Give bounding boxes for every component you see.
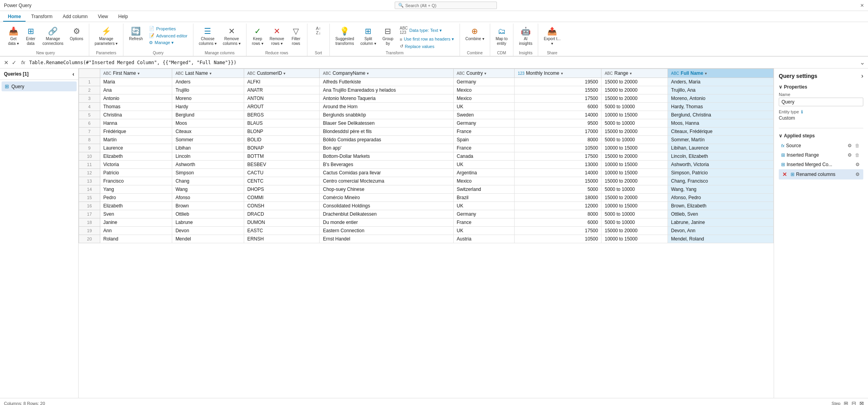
status-icon-3[interactable]: ⊠ xyxy=(859,400,864,405)
replace-values-button[interactable]: ↺ Replace values xyxy=(397,43,456,50)
table-row[interactable]: 6HannaMoosBLAUSBlauer See DelikatessenGe… xyxy=(79,119,774,128)
table-row[interactable]: 1MariaAndersALFKIAlfreds FutterkisteGerm… xyxy=(79,78,774,86)
suggested-transforms-button[interactable]: 💡 Suggestedtransforms xyxy=(333,25,357,47)
step-renamed-columns[interactable]: ✕ ⊞ Renamed columns ⚙ xyxy=(779,169,863,179)
table-row[interactable]: 18JanineLabruneDUMONDu monde entierFranc… xyxy=(79,218,774,227)
table-row[interactable]: 14YangWangDHOPSChop-suey ChineseSwitzerl… xyxy=(79,185,774,194)
queries-list: ⊞ Query xyxy=(0,80,78,398)
table-row[interactable]: 8MartínSommerBOLIDBólido Comidas prepara… xyxy=(79,136,774,144)
refresh-button[interactable]: 🔄 Refresh xyxy=(127,25,145,43)
ai-insights-button[interactable]: 🤖 AIinsights xyxy=(517,25,535,47)
cell-lastname: Mendel xyxy=(172,235,244,243)
table-row[interactable]: 17SvenOttliebDRACDDrachenblut Delikatess… xyxy=(79,210,774,218)
close-button[interactable]: ✕ xyxy=(860,3,864,8)
col-header-companyname[interactable]: ABC CompanyName ▾ xyxy=(320,69,453,78)
cell-customerid: BESBEV xyxy=(244,161,320,169)
cell-monthlyincome: 12000 xyxy=(515,202,601,210)
col-header-customerid[interactable]: ABC CustomerID ▾ xyxy=(244,69,320,78)
get-data-button[interactable]: 📥 Getdata ▾ xyxy=(6,25,21,47)
choose-columns-button[interactable]: ☰ Choosecolumns ▾ xyxy=(197,25,219,47)
table-row[interactable]: 12PatricioSimpsonCACTUCactus Comidas par… xyxy=(79,169,774,177)
formula-cancel-icon[interactable]: ✕ xyxy=(3,59,9,67)
combine-button[interactable]: ⊕ Combine ▾ xyxy=(463,25,487,43)
use-first-row-button[interactable]: ≡ Use first row as headers ▾ xyxy=(397,36,456,43)
remove-rows-button[interactable]: ✕ Removerows ▾ xyxy=(267,25,287,47)
name-value[interactable]: Query xyxy=(779,98,863,106)
tab-help[interactable]: Help xyxy=(114,12,133,22)
col-header-lastname[interactable]: ABC Last Name ▾ xyxy=(172,69,244,78)
cell-companyname: Berglunds snabbköp xyxy=(320,111,453,119)
step-source[interactable]: fx Source ⚙ 🗑 xyxy=(779,141,863,150)
step-renamed-x[interactable]: ✕ xyxy=(781,171,788,178)
col-filter-country[interactable]: ▾ xyxy=(484,71,486,76)
cell-monthlyincome: 19500 xyxy=(515,78,601,86)
table-row[interactable]: 19AnnDevonEASTCEastern ConnectionUK17500… xyxy=(79,227,774,235)
manage-button[interactable]: ⚙ Manage ▾ xyxy=(147,39,190,46)
col-header-range[interactable]: ABC Range ▾ xyxy=(601,69,668,78)
col-filter-fullname[interactable]: ▾ xyxy=(705,71,707,76)
search-bar[interactable]: 🔍 Search (Alt + Q) xyxy=(395,2,497,9)
step-inserted-range-settings[interactable]: ⚙ xyxy=(846,152,853,158)
step-inserted-merged[interactable]: ⊞ Inserted Merged Co... ⚙ xyxy=(779,160,863,169)
export-button[interactable]: 📤 Export t...▾ xyxy=(541,25,563,47)
tab-home[interactable]: Home xyxy=(3,12,26,22)
col-filter-firstname[interactable]: ▾ xyxy=(138,71,140,76)
enter-data-button[interactable]: ⊞ Enterdata xyxy=(23,25,39,47)
tab-add-column[interactable]: Add column xyxy=(58,12,92,22)
formula-input[interactable] xyxy=(29,60,857,65)
table-row[interactable]: 11VictoriaAshworthBESBEVB's BeveragesUK1… xyxy=(79,161,774,169)
manage-connections-button[interactable]: 🔗 Manageconnections xyxy=(40,25,66,47)
col-filter-lastname[interactable]: ▾ xyxy=(210,71,211,76)
formula-expand-icon[interactable]: ⌄ xyxy=(860,59,865,66)
remove-columns-button[interactable]: ✕ Removecolumns ▾ xyxy=(221,25,243,47)
col-filter-range[interactable]: ▾ xyxy=(630,71,632,76)
status-icon-1[interactable]: ⊞ xyxy=(844,400,848,405)
table-row[interactable]: 16ElizabethBrownCONSHConsolidated Holdin… xyxy=(79,202,774,210)
step-renamed-settings[interactable]: ⚙ xyxy=(854,171,861,178)
col-filter-companyname[interactable]: ▾ xyxy=(367,71,369,76)
group-by-button[interactable]: ⊟ Groupby xyxy=(380,25,396,47)
step-source-delete[interactable]: 🗑 xyxy=(854,142,861,149)
table-row[interactable]: 10ElizabethLincolnBOTTMBottom-Dollar Mar… xyxy=(79,152,774,161)
properties-button[interactable]: 📄 Properties xyxy=(147,25,190,32)
table-row[interactable]: 2AnaTrujilloANATRAna Trujillo Emaredados… xyxy=(79,86,774,94)
right-panel-expand-icon[interactable]: › xyxy=(861,72,863,80)
formula-confirm-icon[interactable]: ✓ xyxy=(11,59,17,67)
col-filter-customerid[interactable]: ▾ xyxy=(283,71,285,76)
split-column-button[interactable]: ⊞ Splitcolumn ▾ xyxy=(358,25,379,47)
step-inserted-range[interactable]: ⊞ Inserted Range ⚙ 🗑 xyxy=(779,150,863,160)
table-row[interactable]: 7FrédériqueCiteauxBLONPBlondesddsl père … xyxy=(79,128,774,136)
entity-type-info-icon[interactable]: ℹ xyxy=(801,109,803,114)
table-row[interactable]: 3AntonioMorenoANTONAntonio Moreno Taquer… xyxy=(79,94,774,103)
map-to-entity-button[interactable]: 🗂 Map toentity xyxy=(493,25,510,47)
col-header-firstname[interactable]: ABC First Name ▾ xyxy=(100,69,172,78)
col-filter-monthlyincome[interactable]: ▾ xyxy=(561,71,563,76)
col-header-country[interactable]: ABC Country ▾ xyxy=(453,69,515,78)
table-row[interactable]: 15PedroAfonsoCOMMIComércio MineiroBrazil… xyxy=(79,194,774,202)
query-item[interactable]: ⊞ Query xyxy=(2,81,77,91)
options-button[interactable]: ⚙ Options xyxy=(67,25,85,43)
data-type-button[interactable]: ABC123 Data type: Text ▾ xyxy=(397,25,456,35)
table-row[interactable]: 9LaurenceLibihanBONAPBon app'France10500… xyxy=(79,144,774,152)
col-header-fullname[interactable]: ABC Full Name ▾ xyxy=(668,69,773,78)
table-row[interactable]: 4ThomasHardyAROUTAround the HornUK600050… xyxy=(79,103,774,111)
step-source-settings[interactable]: ⚙ xyxy=(846,142,853,149)
status-icon-2[interactable]: ⊟ xyxy=(851,400,856,405)
step-inserted-range-delete[interactable]: 🗑 xyxy=(854,152,861,158)
step-inserted-merged-settings[interactable]: ⚙ xyxy=(854,161,861,168)
table-row[interactable]: 5ChristinaBerglundBERGSBerglunds snabbkö… xyxy=(79,111,774,119)
ribbon-group-query: 🔄 Refresh 📄 Properties 📝 Advanced editor… xyxy=(123,24,193,56)
advanced-editor-button[interactable]: 📝 Advanced editor xyxy=(147,32,190,39)
tab-transform[interactable]: Transform xyxy=(26,12,57,22)
row-num: 11 xyxy=(79,161,100,169)
queries-collapse-icon[interactable]: ‹ xyxy=(72,71,74,77)
manage-parameters-button[interactable]: ⚡ Manageparameters ▾ xyxy=(92,25,120,47)
sort-button[interactable]: A↑Z↓ xyxy=(311,25,326,42)
tab-view[interactable]: View xyxy=(93,12,113,22)
col-header-monthlyincome[interactable]: 123 Monthly Income ▾ xyxy=(515,69,601,78)
table-row[interactable]: 13FranciscoChangCENTCCentro comercial Mo… xyxy=(79,177,774,185)
filter-rows-button[interactable]: ▽ Filterrows xyxy=(288,25,304,47)
table-row[interactable]: 20RolandMendelERNSHErnst HandelAustria10… xyxy=(79,235,774,243)
data-grid[interactable]: ABC First Name ▾ ABC Last Name ▾ xyxy=(79,68,774,398)
keep-rows-button[interactable]: ✓ Keeprows ▾ xyxy=(250,25,266,47)
